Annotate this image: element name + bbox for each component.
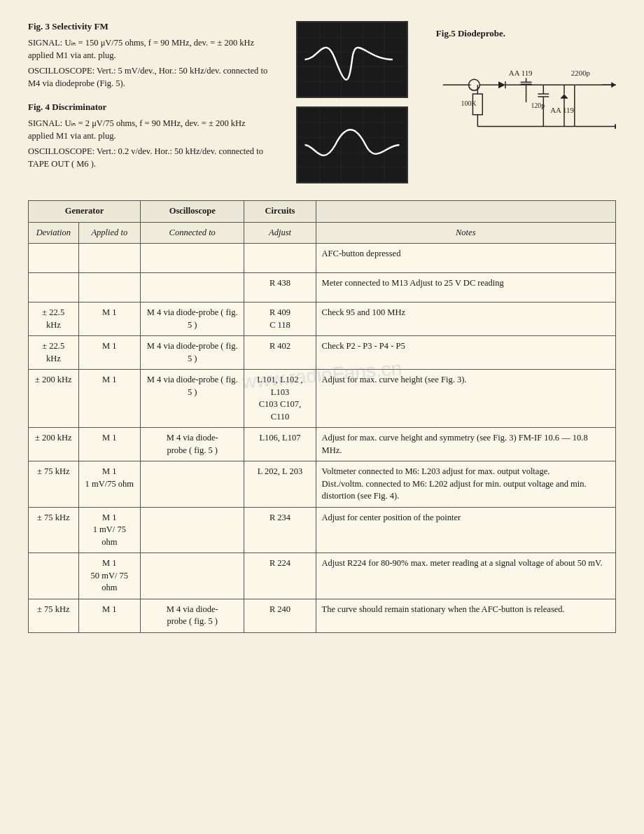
col-adjust: Adjust (244, 222, 316, 244)
cell-deviation: ± 75 kHz (29, 507, 79, 553)
cell-notes: Adjust R224 for 80-90% max. meter readin… (316, 553, 615, 599)
table-col-header: Deviation Applied to Connected to Adjust… (29, 222, 616, 244)
cell-notes: Check 95 and 100 MHz (316, 303, 615, 336)
svg-text:AA 119: AA 119 (509, 69, 533, 77)
cell-adjust: R 234 (244, 507, 316, 553)
cell-deviation: ± 75 kHz (29, 461, 79, 508)
circuits-header: Circuits (244, 201, 316, 223)
cell-applied_to: M 1 (78, 303, 140, 336)
cell-connected_to: M 4 via diode-probe ( fig. 5 ) (140, 336, 244, 370)
cell-notes: Check P2 - P3 - P4 - P5 (316, 336, 615, 370)
cell-applied_to: M 1 1 mV/ 75 ohm (78, 507, 140, 553)
generator-header: Generator (29, 201, 141, 223)
cell-adjust: R 402 (244, 336, 316, 370)
cell-adjust: L106, L107 (244, 428, 316, 461)
cell-applied_to: M 1 (78, 336, 140, 370)
cell-applied_to: M 1 (78, 599, 140, 632)
svg-rect-9 (298, 108, 406, 182)
cell-notes: Adjust for max. curve height (see Fig. 3… (316, 370, 615, 428)
top-section: Fig. 3 Selectivity FM SIGNAL: Uᵢₙ = 150 … (28, 21, 616, 183)
table-group-header: Generator Oscilloscope Circuits (29, 201, 616, 223)
alignment-table: Generator Oscilloscope Circuits Deviatio… (28, 200, 616, 633)
cell-deviation (29, 244, 79, 273)
empty-header (316, 201, 615, 223)
svg-marker-52 (615, 124, 616, 130)
cell-adjust: R 409 C 118 (244, 303, 316, 336)
cell-deviation: ± 22.5 kHz (29, 336, 79, 370)
cell-connected_to: M 4 via diode-probe ( fig. 5 ) (140, 303, 244, 336)
cell-notes: The curve should remain stationary when … (316, 599, 615, 632)
cell-deviation (29, 553, 79, 599)
right-circuit-block: Fig.5 Diodeprobe. (436, 21, 616, 183)
oscilloscope-images (282, 21, 422, 183)
cell-applied_to (78, 273, 140, 303)
cell-connected_to (140, 273, 244, 303)
table-row: ± 75 kHzM 1 1 mV/75 ohmL 202, L 203Voltm… (29, 461, 616, 508)
cell-notes: AFC-button depressed (316, 244, 615, 273)
cell-adjust: R 224 (244, 553, 316, 599)
svg-text:AA 119: AA 119 (550, 106, 574, 114)
cell-deviation: ± 200 kHz (29, 428, 79, 461)
col-notes: Notes (316, 222, 615, 244)
cell-applied_to (78, 244, 140, 273)
svg-marker-41 (561, 94, 568, 98)
cell-notes: Adjust for max. curve height and symmetr… (316, 428, 615, 461)
table-row: ± 22.5 kHzM 1M 4 via diode-probe ( fig. … (29, 303, 616, 336)
cell-deviation: ± 75 kHz (29, 599, 79, 632)
cell-notes: Meter connected to M13 Adjust to 25 V DC… (316, 273, 615, 303)
table-row: ± 200 kHzM 1M 4 via diode-probe ( fig. 5… (29, 370, 616, 428)
cell-connected_to: M 4 via diode-probe ( fig. 5 ) (140, 370, 244, 428)
fig3-signal: SIGNAL: Uᵢₙ = 150 μV/75 ohms, f = 90 MHz… (28, 36, 268, 62)
svg-text:120p: 120p (531, 102, 545, 109)
cell-applied_to: M 1 1 mV/75 ohm (78, 461, 140, 508)
fig3-title: Fig. 3 Selectivity FM (28, 21, 268, 32)
fig3-block: Fig. 3 Selectivity FM SIGNAL: Uᵢₙ = 150 … (28, 21, 268, 90)
svg-text:100K: 100K (461, 99, 477, 107)
table-row: M 1 50 mV/ 75 ohmR 224Adjust R224 for 80… (29, 553, 616, 599)
cell-deviation: ± 22.5 kHz (29, 303, 79, 336)
svg-marker-21 (498, 81, 505, 88)
oscilloscope-fig4 (296, 106, 408, 183)
table-body: AFC-button depressedR 438Meter connected… (29, 244, 616, 633)
fig4-title: Fig. 4 Discriminator (28, 102, 268, 113)
cell-deviation: ± 200 kHz (29, 370, 79, 428)
cell-connected_to (140, 553, 244, 599)
table-row: ± 200 kHzM 1M 4 via diode- probe ( fig. … (29, 428, 616, 461)
svg-marker-50 (611, 82, 616, 88)
cell-connected_to (140, 507, 244, 553)
col-applied-to: Applied to (78, 222, 140, 244)
cell-connected_to (140, 244, 244, 273)
cell-connected_to (140, 461, 244, 508)
fig4-signal: SIGNAL: Uᵢₙ = 2 μV/75 ohms, f = 90 MHz, … (28, 117, 268, 142)
cell-applied_to: M 1 50 mV/ 75 ohm (78, 553, 140, 599)
fig4-oscilloscope: OSCILLOSCOPE: Vert.: 0.2 v/dev. Hor.: 50… (28, 145, 268, 170)
table-row: ± 22.5 kHzM 1M 4 via diode-probe ( fig. … (29, 336, 616, 370)
oscilloscope-fig3 (296, 21, 408, 98)
table-row: AFC-button depressed (29, 244, 616, 273)
col-deviation: Deviation (29, 222, 79, 244)
fig5-title: Fig.5 Diodeprobe. (436, 28, 616, 39)
table-row: R 438Meter connected to M13 Adjust to 25… (29, 273, 616, 303)
oscilloscope-header: Oscilloscope (140, 201, 244, 223)
svg-text:2200p: 2200p (571, 69, 590, 77)
fig3-oscilloscope: OSCILLOSCOPE: Vert.: 5 mV/dev., Hor.: 50… (28, 64, 268, 90)
cell-adjust: R 438 (244, 273, 316, 303)
cell-adjust: L 202, L 203 (244, 461, 316, 508)
col-connected-to: Connected to (140, 222, 244, 244)
left-text-block: Fig. 3 Selectivity FM SIGNAL: Uᵢₙ = 150 … (28, 21, 268, 183)
cell-applied_to: M 1 (78, 428, 140, 461)
fig4-block: Fig. 4 Discriminator SIGNAL: Uᵢₙ = 2 μV/… (28, 102, 268, 171)
cell-adjust: L101, L102 , L103 C103 C107, C110 (244, 370, 316, 428)
table-row: ± 75 kHzM 1 1 mV/ 75 ohmR 234Adjust for … (29, 507, 616, 553)
cell-connected_to: M 4 via diode- probe ( fig. 5 ) (140, 428, 244, 461)
cell-applied_to: M 1 (78, 370, 140, 428)
cell-adjust: R 240 (244, 599, 316, 632)
cell-adjust (244, 244, 316, 273)
cell-notes: Voltmeter connected to M6: L203 adjust f… (316, 461, 615, 508)
cell-connected_to: M 4 via diode- probe ( fig. 5 ) (140, 599, 244, 632)
cell-deviation (29, 273, 79, 303)
cell-notes: Adjust for center position of the pointe… (316, 507, 615, 553)
table-row: ± 75 kHzM 1M 4 via diode- probe ( fig. 5… (29, 599, 616, 632)
